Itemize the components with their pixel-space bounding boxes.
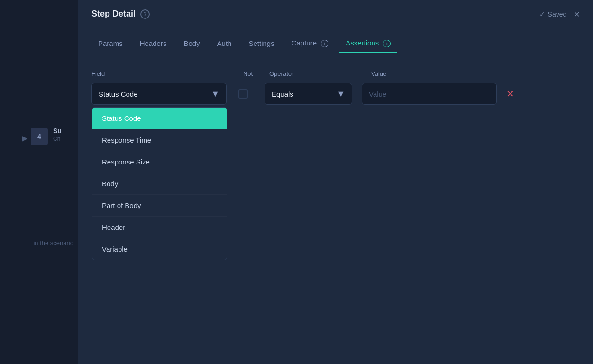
value-input[interactable] (362, 83, 497, 105)
tab-settings[interactable]: Settings (242, 35, 281, 53)
step-badge: 4 (31, 128, 48, 145)
value-label: Value (371, 70, 386, 77)
scenario-text: in the scenario (0, 239, 78, 246)
step-sub: Ch (53, 136, 62, 142)
saved-status: ✓ Saved (539, 10, 567, 18)
field-dropdown-text: Status Code (99, 90, 138, 98)
input-row: Status Code ▼ Status Code Response Time … (91, 83, 580, 105)
step-arrow: ▶ (22, 134, 27, 143)
tabs-bar: Params Headers Body Auth Settings Captur… (78, 28, 593, 53)
sidebar-bg (0, 0, 78, 364)
not-label: Not (231, 70, 265, 77)
step-title: Su (53, 127, 62, 135)
tab-auth[interactable]: Auth (210, 35, 238, 53)
operator-dropdown-text: Equals (272, 90, 293, 98)
capture-info-icon: i (321, 40, 328, 47)
not-checkbox-wrap (227, 89, 260, 99)
tab-body[interactable]: Body (177, 35, 206, 53)
dropdown-item-body[interactable]: Body (92, 173, 227, 195)
tab-capture[interactable]: Capture i (285, 34, 336, 53)
panel-title-text: Step Detail (91, 9, 136, 19)
dropdown-item-status-code[interactable]: Status Code (92, 108, 227, 129)
field-label: Field (91, 70, 231, 77)
field-dropdown[interactable]: Status Code ▼ Status Code Response Time … (91, 83, 227, 105)
field-row-labels: Field Not Operator Value (91, 70, 580, 77)
tab-params[interactable]: Params (91, 35, 129, 53)
dropdown-item-part-of-body[interactable]: Part of Body (92, 195, 227, 217)
step-info: Su Ch (53, 127, 62, 142)
dropdown-item-response-time[interactable]: Response Time (92, 129, 227, 151)
field-dropdown-menu: Status Code Response Time Response Size … (92, 107, 227, 260)
close-button[interactable]: × (574, 9, 580, 19)
dropdown-item-response-size[interactable]: Response Size (92, 151, 227, 173)
field-dropdown-arrow-icon: ▼ (211, 89, 219, 99)
tab-headers[interactable]: Headers (133, 35, 173, 53)
not-checkbox[interactable] (238, 89, 248, 99)
help-icon[interactable]: ? (140, 9, 150, 19)
operator-label: Operator (269, 70, 362, 77)
saved-check-icon: ✓ (539, 10, 545, 18)
operator-dropdown[interactable]: Equals ▼ (265, 83, 352, 105)
tab-assertions[interactable]: Assertions i (339, 34, 397, 53)
assertions-info-icon: i (383, 40, 391, 47)
panel-title: Step Detail ? (91, 9, 150, 19)
content-area: Field Not Operator Value Status Code ▼ S… (78, 53, 593, 118)
dropdown-item-variable[interactable]: Variable (92, 238, 227, 260)
main-panel: Step Detail ? ✓ Saved × Params Headers B… (78, 0, 593, 364)
panel-header: Step Detail ? ✓ Saved × (78, 0, 593, 28)
operator-dropdown-arrow-icon: ▼ (337, 89, 345, 99)
dropdown-item-header[interactable]: Header (92, 217, 227, 238)
saved-text: Saved (548, 10, 567, 18)
delete-assertion-button[interactable]: ✕ (506, 89, 514, 99)
header-actions: ✓ Saved × (539, 9, 580, 19)
